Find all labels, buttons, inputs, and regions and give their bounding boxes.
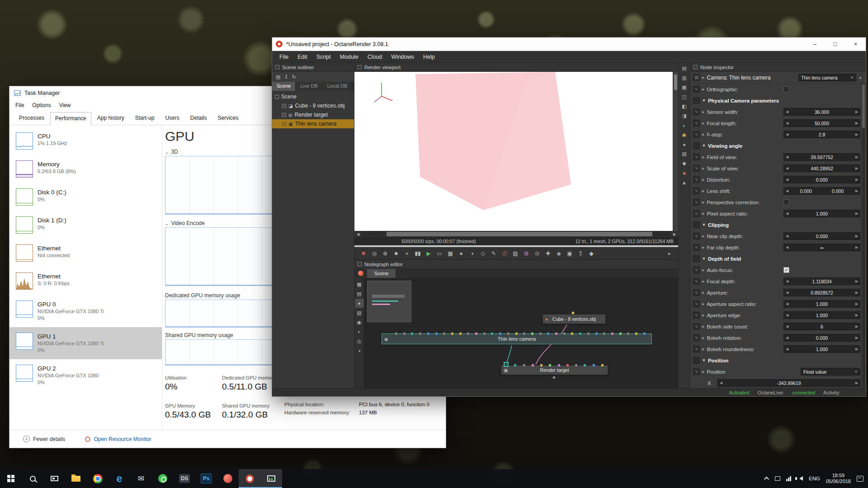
taskbar-green-app[interactable]: [152, 469, 174, 488]
expand-arrow-icon[interactable]: ▶: [702, 201, 704, 204]
node-pin[interactable]: [475, 332, 478, 335]
node-pin[interactable]: [566, 364, 569, 367]
expand-arrow-icon[interactable]: ▶: [702, 314, 704, 317]
close-button[interactable]: ×: [845, 38, 866, 51]
animate-button[interactable]: ∿: [693, 165, 700, 172]
scroll-left-icon[interactable]: ◀: [354, 232, 362, 236]
expand-arrow-icon[interactable]: ▶: [702, 302, 704, 306]
tree-item-render-target[interactable]: +◎Render target: [272, 110, 354, 119]
node-pin[interactable]: [579, 332, 582, 335]
collapse-panel-icon[interactable]: ▲: [859, 75, 862, 80]
node-pin[interactable]: [595, 332, 598, 335]
node-pin[interactable]: [601, 364, 604, 367]
value-slider[interactable]: ◀0.000▶: [783, 232, 860, 240]
value-slider-pair[interactable]: ◀0.0000.000▶: [783, 187, 860, 195]
value-slider[interactable]: ◀1.000▶: [783, 345, 860, 353]
lock-camera-icon[interactable]: ◈: [553, 250, 564, 257]
decrement-icon[interactable]: ◀: [784, 234, 790, 238]
increment-icon[interactable]: ▶: [854, 234, 860, 238]
minimize-button[interactable]: –: [805, 38, 825, 51]
render-target-dock-icon[interactable]: ■: [680, 169, 689, 177]
node-pin[interactable]: [563, 332, 566, 335]
increment-icon[interactable]: ▶: [854, 110, 860, 114]
collapse-section-icon[interactable]: ▼: [702, 358, 706, 362]
node-pin[interactable]: [459, 332, 462, 335]
decrement-icon[interactable]: ◀: [784, 347, 790, 351]
tree-item-scene[interactable]: -Scene: [272, 92, 354, 101]
animate-button[interactable]: ∿: [693, 346, 700, 352]
tm-sidebar-item-gpu-1[interactable]: GPU 1NVIDIA GeForce GTX 1080 Ti0%: [9, 327, 162, 359]
display-mode-icon[interactable]: ▭: [434, 250, 445, 257]
value-slider[interactable]: ◀1.000▶: [783, 311, 860, 319]
node-cube-mesh[interactable]: ● Cube - 8 vertices.obj: [542, 314, 606, 324]
expand-arrow-icon[interactable]: ▶: [702, 167, 704, 170]
value-slider[interactable]: ◀1.118034▶: [783, 277, 860, 285]
value-slider[interactable]: ◀36.000▶: [783, 108, 860, 116]
expand-arrow-icon[interactable]: ▶: [702, 291, 704, 295]
outliner-tab-scene[interactable]: Scene: [272, 82, 296, 91]
save-scene-icon[interactable]: ▤: [276, 74, 280, 80]
oc-menu-help[interactable]: Help: [419, 52, 439, 62]
node-pin[interactable]: [583, 364, 586, 367]
tm-sidebar-item-disk-0-c[interactable]: Disk 0 (C:)0%: [9, 183, 162, 211]
tm-tab-services[interactable]: Services: [212, 112, 243, 125]
node-pin[interactable]: [435, 332, 438, 335]
resume-render-icon[interactable]: ▶: [423, 250, 434, 257]
increment-icon[interactable]: ▶: [854, 178, 860, 182]
animate-button[interactable]: ∿: [693, 368, 700, 375]
decrement-icon[interactable]: ◀: [784, 302, 790, 306]
checkbox-auto-focus[interactable]: ✓: [783, 267, 789, 273]
no-postprocess-icon[interactable]: ∅: [499, 250, 510, 257]
expand-arrow-icon[interactable]: ▶: [702, 155, 704, 159]
node-pin[interactable]: [555, 332, 558, 335]
annotate-icon[interactable]: ✎: [488, 250, 499, 257]
camera-imager-icon[interactable]: ◫: [680, 93, 689, 101]
oc-menu-windows[interactable]: Windows: [387, 52, 419, 62]
pan-tool-icon[interactable]: ✚: [542, 250, 553, 257]
taskbar-chrome[interactable]: [87, 469, 108, 488]
tree-expander-icon[interactable]: +: [282, 113, 286, 117]
taskbar-octane-render[interactable]: [239, 469, 260, 488]
wireframe-mode-icon[interactable]: ◇: [477, 250, 488, 257]
material-nodes-icon[interactable]: ●: [355, 299, 364, 308]
taskbar-mail[interactable]: ✉: [130, 469, 152, 488]
increment-icon[interactable]: ▶: [854, 245, 860, 249]
increment-icon[interactable]: ▶: [854, 166, 860, 170]
action-center-icon[interactable]: [857, 476, 863, 482]
animate-button[interactable]: ∿: [693, 199, 700, 206]
arrange-nodes-icon[interactable]: ▤: [355, 289, 364, 298]
expand-arrow-icon[interactable]: ▶: [702, 133, 704, 136]
tree-expander-icon[interactable]: +: [282, 122, 286, 126]
emission-nodes-icon[interactable]: ◉: [355, 318, 364, 327]
expand-arrow-icon[interactable]: ▶: [702, 110, 704, 114]
oc-menu-cloud[interactable]: Cloud: [363, 52, 387, 62]
texture-nodes-icon[interactable]: ▧: [355, 308, 364, 317]
node-pin[interactable]: [547, 332, 550, 335]
expand-arrow-icon[interactable]: ▶: [702, 178, 704, 182]
animate-button[interactable]: ∿: [693, 289, 700, 296]
taskbar-start[interactable]: [0, 469, 22, 488]
node-pin[interactable]: [523, 332, 526, 335]
value-slider[interactable]: ◀1.000▶: [783, 210, 860, 217]
decrement-icon[interactable]: ◀: [784, 121, 790, 125]
film-settings-icon[interactable]: ▦: [445, 250, 456, 257]
oc-menu-script[interactable]: Script: [312, 52, 335, 62]
tm-sidebar-item-gpu-0[interactable]: GPU 0NVIDIA GeForce GTX 1080 Ti0%: [9, 295, 162, 327]
checkbox-orthographic[interactable]: [783, 86, 789, 92]
collapse-section-icon[interactable]: ▼: [702, 223, 706, 227]
pause-render-icon[interactable]: ▮▮: [412, 250, 423, 257]
tm-tab-app-history[interactable]: App history: [92, 112, 129, 125]
oc-menu-file[interactable]: File: [275, 52, 293, 62]
node-pin[interactable]: [571, 332, 574, 335]
save-render-icon[interactable]: ↥: [575, 250, 586, 257]
node-pin[interactable]: [515, 332, 518, 335]
oc-titlebar[interactable]: *Unsaved project - OctaneRender 3.08.1 –…: [272, 38, 866, 51]
decrement-icon[interactable]: ◀: [784, 211, 790, 216]
tm-sidebar-item-cpu[interactable]: CPU1% 1.19 GHz: [9, 127, 162, 155]
tm-tab-details[interactable]: Details: [185, 112, 212, 125]
increment-icon[interactable]: ▶: [854, 155, 860, 159]
viewport-settings-icon[interactable]: ◆: [586, 250, 597, 257]
tm-tab-start-up[interactable]: Start-up: [130, 112, 160, 125]
collapse-section-icon[interactable]: ▼: [702, 257, 706, 261]
expand-arrow-icon[interactable]: ▶: [702, 280, 704, 283]
